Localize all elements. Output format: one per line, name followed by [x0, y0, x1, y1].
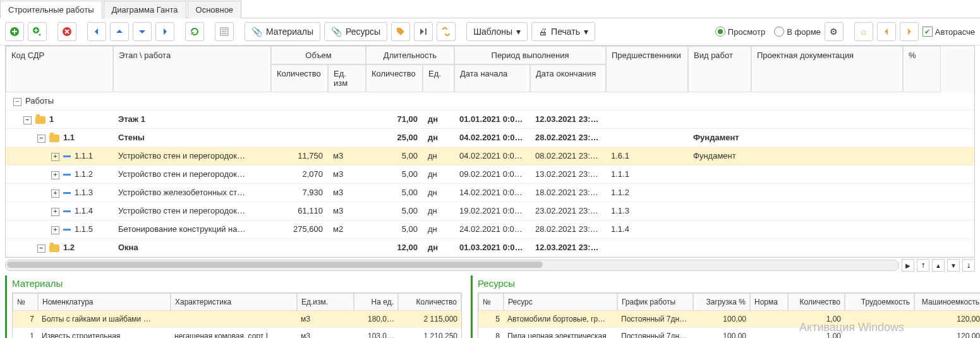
print-dropdown[interactable]: 🖨Печать▾	[531, 22, 595, 41]
material-row[interactable]: 7 Болты с гайками и шайбами … м3 180,0… …	[13, 311, 461, 328]
materials-panel: Материалы № Номенклатура Характеристика …	[5, 275, 462, 338]
material-row[interactable]: 1 Известь строительная негашеная комовая…	[13, 328, 461, 338]
refresh-button[interactable]	[185, 22, 204, 41]
table-row[interactable]: +1.1.2 Устройство стен и перегородок… 2,…	[6, 166, 974, 184]
collapse-icon[interactable]: −	[13, 98, 21, 106]
res-labor	[845, 311, 914, 328]
mat-col-qty[interactable]: Количество	[398, 293, 461, 311]
table-row[interactable]: +1.1.3 Устройство железобетонных ст… 7,9…	[6, 184, 974, 202]
root-label: Работы	[25, 96, 54, 106]
resources-button[interactable]: 📎Ресурсы	[324, 22, 387, 41]
res-col-res[interactable]: Ресурс	[504, 293, 617, 311]
res-col-norm[interactable]: Норма	[750, 293, 788, 311]
gear-button[interactable]: ⚙	[825, 22, 844, 41]
arrow-right-button[interactable]	[155, 22, 174, 41]
tab-main[interactable]: Основное	[188, 1, 242, 18]
autoexpand-checkbox[interactable]: Авторасче	[923, 27, 975, 37]
res-col-n[interactable]: №	[478, 293, 504, 311]
expand-icon[interactable]: +	[51, 208, 59, 216]
table-row[interactable]: +1.1.5 Бетонирование конструкций на… 275…	[6, 220, 974, 239]
col-stage[interactable]: Этап \ работа	[113, 46, 271, 92]
expand-icon[interactable]: +	[51, 190, 59, 198]
home-button[interactable]: ⌂	[854, 22, 873, 41]
materials-button[interactable]: 📎Материалы	[245, 22, 320, 41]
mat-col-unit[interactable]: Ед.изм.	[297, 293, 354, 311]
expand-icon[interactable]: +	[51, 153, 59, 161]
arrow-left-button[interactable]	[87, 22, 106, 41]
table-row[interactable]: +1.1.1 Устройство стен и перегородок… 11…	[6, 147, 974, 166]
nav-right-button[interactable]	[900, 22, 919, 41]
table-row[interactable]: +1.1.4 Устройство стен и перегородок… 61…	[6, 202, 974, 220]
col-kind[interactable]: Вид работ	[688, 46, 751, 92]
mat-col-per[interactable]: На ед.	[354, 293, 398, 311]
mat-char: негашеная комовая, сорт I	[171, 328, 297, 338]
row-du: дн	[423, 239, 454, 257]
materials-title: Материалы	[12, 278, 462, 289]
row-du: дн	[423, 202, 454, 220]
collapse-all[interactable]: ⤒	[917, 259, 929, 272]
table-row[interactable]: −1.1 Стены 25,00 дн 04.02.2021 0:00… 28.…	[6, 129, 974, 147]
clip-icon: 📎	[331, 27, 342, 37]
res-col-mach[interactable]: Машиноемкость	[914, 293, 980, 311]
row-name: Устройство стен и перегородок…	[113, 147, 271, 165]
res-col-qty[interactable]: Количество	[788, 293, 845, 311]
row-end: 23.02.2021 23:59…	[530, 202, 606, 220]
skip-button[interactable]	[414, 22, 433, 41]
res-col-sched[interactable]: График работы	[617, 293, 693, 311]
expand-icon[interactable]: +	[51, 226, 59, 234]
res-load: 100,00	[693, 328, 750, 338]
radio-icon	[774, 27, 784, 37]
scroll-right[interactable]: ▶	[902, 259, 914, 272]
row-start: 01.01.2021 0:00…	[454, 111, 530, 128]
expand-icon[interactable]: +	[51, 171, 59, 179]
col-start[interactable]: Дата начала	[454, 64, 530, 92]
down-level[interactable]: ▼	[947, 259, 960, 272]
row-dur: 5,00	[366, 202, 423, 220]
res-load: 100,00	[693, 311, 750, 328]
col-unit[interactable]: Ед. изм	[328, 64, 366, 92]
col-code[interactable]: Код СДР	[6, 46, 113, 92]
tab-gantt[interactable]: Диаграмма Ганта	[104, 1, 186, 18]
horizontal-scrollbar[interactable]	[5, 260, 899, 271]
mat-col-n[interactable]: №	[13, 293, 38, 311]
expand-all[interactable]: ⤓	[962, 259, 975, 272]
table-row[interactable]: −1 Этаж 1 71,00 дн 01.01.2021 0:00… 12.0…	[6, 111, 974, 129]
table-row[interactable]: −1.2 Окна 12,00 дн 01.03.2021 0:00… 12.0…	[6, 239, 974, 257]
res-col-labor[interactable]: Трудоемкость	[845, 293, 914, 311]
arrow-down-button[interactable]	[133, 22, 152, 41]
col-period[interactable]: Период выполнения	[454, 46, 606, 64]
col-pct[interactable]: %	[903, 46, 941, 92]
col-qty2[interactable]: Количество	[366, 64, 423, 92]
view-preview-radio[interactable]: Просмотр	[715, 27, 765, 37]
resource-row[interactable]: 8 Пила цепная электрическая Постоянный 7…	[478, 328, 980, 338]
nav-left-button[interactable]	[877, 22, 896, 41]
up-level[interactable]: ▲	[932, 259, 945, 272]
expand-icon[interactable]: −	[37, 135, 45, 143]
mat-col-nom[interactable]: Номенклатура	[38, 293, 171, 311]
templates-dropdown[interactable]: Шаблоны▾	[466, 22, 528, 41]
col-unit2[interactable]: Ед.	[423, 64, 454, 92]
col-volume[interactable]: Объем	[271, 46, 366, 64]
resource-row[interactable]: 5 Автомобили бортовые, гр… Постоянный 7д…	[478, 311, 980, 328]
col-qty[interactable]: Количество	[271, 64, 328, 92]
expand-icon[interactable]: −	[37, 244, 45, 253]
col-pred[interactable]: Предшественники	[606, 46, 688, 92]
view-inform-radio[interactable]: В форме	[774, 27, 821, 37]
list-button[interactable]	[215, 22, 234, 41]
link-button[interactable]	[437, 22, 456, 41]
add-button[interactable]	[5, 22, 24, 41]
mat-col-char[interactable]: Характеристика	[171, 293, 297, 311]
tag-button[interactable]	[391, 22, 410, 41]
grid-root-row[interactable]: −Работы	[6, 92, 974, 111]
clip-icon: 📎	[251, 27, 262, 37]
expand-icon[interactable]: −	[23, 116, 32, 124]
res-col-load[interactable]: Загрузка %	[693, 293, 750, 311]
col-duration[interactable]: Длительность	[366, 46, 454, 64]
col-proj[interactable]: Проектная документация	[751, 46, 903, 92]
add-child-button[interactable]	[28, 22, 47, 41]
delete-button[interactable]	[57, 22, 76, 41]
row-unit: м3	[328, 166, 366, 183]
tab-works[interactable]: Строительные работы	[0, 1, 102, 18]
col-end[interactable]: Дата окончания	[530, 64, 606, 92]
arrow-up-button[interactable]	[110, 22, 129, 41]
